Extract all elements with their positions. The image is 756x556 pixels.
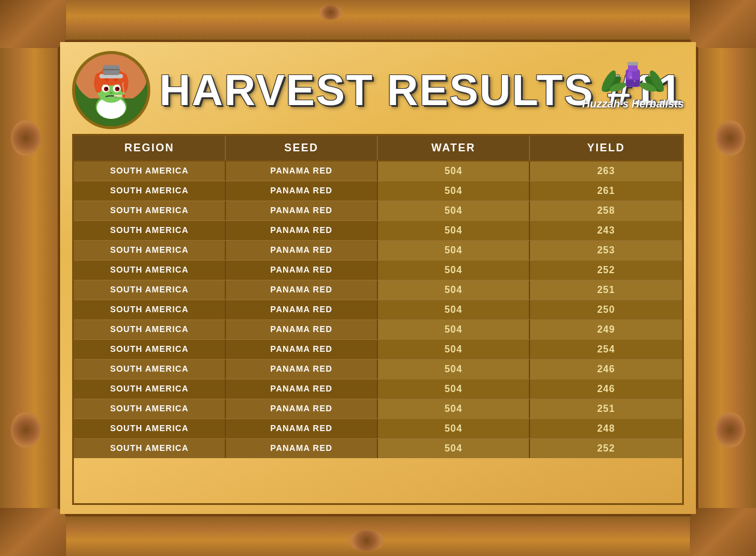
cell-region: SOUTH AMERICA (74, 360, 226, 379)
cell-water: 504 (378, 162, 530, 181)
cell-water: 504 (378, 300, 530, 319)
cell-yield: 263 (530, 162, 682, 181)
cell-region: SOUTH AMERICA (74, 320, 226, 339)
cell-water: 504 (378, 201, 530, 220)
cell-seed: PANAMA RED (226, 320, 378, 339)
cell-water: 504 (378, 241, 530, 260)
wood-knot-right-bottom (715, 412, 745, 448)
svg-point-17 (109, 92, 113, 94)
svg-point-35 (634, 80, 636, 82)
cell-seed: PANAMA RED (226, 340, 378, 359)
cell-water: 504 (378, 379, 530, 399)
cell-water: 504 (378, 399, 530, 419)
table-row: SOUTH AMERICAPANAMA RED504251 (74, 280, 682, 300)
svg-rect-19 (122, 94, 125, 97)
table-row: SOUTH AMERICAPANAMA RED504246 (74, 379, 682, 399)
avatar (72, 51, 150, 129)
corner-br (690, 508, 756, 556)
logo-plant-decoration (600, 51, 666, 96)
header: HARVEST RESULTS #11 (72, 48, 684, 134)
table-row: SOUTH AMERICAPANAMA RED504252 (74, 439, 682, 458)
header-yield: YIELD (530, 136, 682, 160)
svg-point-16 (117, 87, 119, 89)
cell-seed: PANAMA RED (226, 419, 378, 438)
cell-yield: 249 (530, 320, 682, 339)
border-left (0, 0, 60, 556)
cell-water: 504 (378, 320, 530, 339)
cell-seed: PANAMA RED (226, 181, 378, 201)
wood-knot-bottom-center (349, 530, 385, 551)
header-region: REGION (74, 136, 226, 160)
corner-tl (0, 0, 66, 48)
cell-water: 504 (378, 419, 530, 438)
header-water: WATER (378, 136, 530, 160)
cell-region: SOUTH AMERICA (74, 201, 226, 220)
cell-yield: 248 (530, 419, 682, 438)
table-header-row: REGION SEED WATER YIELD (74, 136, 682, 162)
cell-yield: 258 (530, 201, 682, 220)
cell-seed: PANAMA RED (226, 241, 378, 260)
table-body: SOUTH AMERICAPANAMA RED504263SOUTH AMERI… (74, 162, 682, 503)
cell-region: SOUTH AMERICA (74, 340, 226, 359)
cell-region: SOUTH AMERICA (74, 300, 226, 319)
border-top (0, 0, 756, 42)
cell-yield: 252 (530, 439, 682, 458)
cell-yield: 251 (530, 280, 682, 300)
table-row: SOUTH AMERICAPANAMA RED504250 (74, 300, 682, 320)
cell-region: SOUTH AMERICA (74, 181, 226, 201)
cell-region: SOUTH AMERICA (74, 399, 226, 419)
table-row: SOUTH AMERICAPANAMA RED504246 (74, 360, 682, 379)
cell-region: SOUTH AMERICA (74, 261, 226, 280)
cell-water: 504 (378, 280, 530, 300)
border-right (696, 0, 756, 556)
cell-water: 504 (378, 261, 530, 280)
wood-knot-top-center (319, 5, 343, 20)
cell-yield: 261 (530, 181, 682, 201)
corner-tr (690, 0, 756, 48)
cell-seed: PANAMA RED (226, 162, 378, 181)
cell-yield: 250 (530, 300, 682, 319)
table-row: SOUTH AMERICAPANAMA RED504252 (74, 261, 682, 280)
svg-point-15 (106, 87, 108, 89)
table-row: SOUTH AMERICAPANAMA RED504258 (74, 201, 682, 221)
cell-region: SOUTH AMERICA (74, 221, 226, 240)
wood-frame: HARVEST RESULTS #11 (0, 0, 756, 556)
cell-water: 504 (378, 221, 530, 240)
cell-region: SOUTH AMERICA (74, 379, 226, 399)
cell-seed: PANAMA RED (226, 221, 378, 240)
cell-yield: 246 (530, 379, 682, 399)
table-row: SOUTH AMERICAPANAMA RED504253 (74, 241, 682, 261)
cell-region: SOUTH AMERICA (74, 419, 226, 438)
cell-water: 504 (378, 439, 530, 458)
svg-rect-22 (103, 69, 120, 70)
cell-yield: 243 (530, 221, 682, 240)
cell-seed: PANAMA RED (226, 280, 378, 300)
cell-water: 504 (378, 340, 530, 359)
header-seed: SEED (226, 136, 378, 160)
table-row: SOUTH AMERICAPANAMA RED504251 (74, 399, 682, 419)
cell-yield: 254 (530, 340, 682, 359)
cell-seed: PANAMA RED (226, 360, 378, 379)
svg-rect-33 (626, 80, 639, 86)
cell-yield: 253 (530, 241, 682, 260)
wood-knot-left-top (11, 120, 41, 156)
logo-area: Huzzah's Herbalists (582, 51, 684, 110)
cell-yield: 252 (530, 261, 682, 280)
brand-text: Huzzah's Herbalists (582, 98, 684, 110)
cell-seed: PANAMA RED (226, 379, 378, 399)
table-row: SOUTH AMERICAPANAMA RED504249 (74, 320, 682, 340)
svg-point-34 (630, 76, 632, 79)
cell-region: SOUTH AMERICA (74, 439, 226, 458)
wood-knot-left-bottom (11, 412, 41, 448)
cell-region: SOUTH AMERICA (74, 241, 226, 260)
wood-knot-right-top (715, 120, 745, 156)
table-row: SOUTH AMERICAPANAMA RED504261 (74, 181, 682, 201)
cell-yield: 251 (530, 399, 682, 419)
cell-seed: PANAMA RED (226, 439, 378, 458)
cell-water: 504 (378, 360, 530, 379)
inner-content: HARVEST RESULTS #11 (60, 42, 696, 514)
corner-bl (0, 508, 66, 556)
harvest-table: REGION SEED WATER YIELD SOUTH AMERICAPAN… (72, 134, 684, 505)
cell-seed: PANAMA RED (226, 261, 378, 280)
svg-rect-31 (627, 62, 638, 65)
